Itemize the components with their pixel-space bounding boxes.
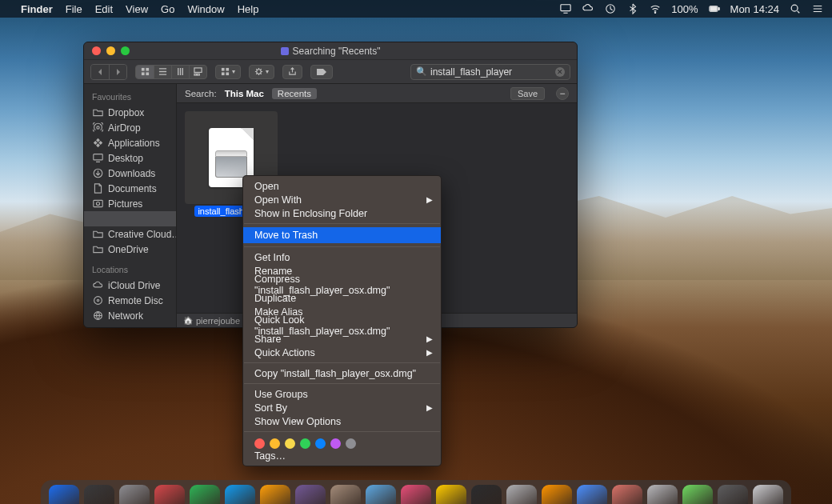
- sidebar-item-airdrop[interactable]: AirDrop: [84, 120, 176, 135]
- svg-rect-15: [226, 68, 229, 71]
- sidebar-item-label: AirDrop: [108, 122, 141, 134]
- menu-item-share[interactable]: Share▶: [243, 332, 441, 346]
- sidebar-item-network[interactable]: Network: [84, 308, 176, 323]
- dock-app-14[interactable]: [542, 485, 572, 504]
- dock-app-2[interactable]: [119, 485, 150, 504]
- menu-item-copy-install-flash-player-osx-dmg[interactable]: Copy "install_flash_player_osx.dmg": [243, 366, 441, 380]
- menu-item-quick-actions[interactable]: Quick Actions▶: [243, 346, 441, 359]
- save-search-button[interactable]: Save: [510, 87, 545, 100]
- bluetooth-icon[interactable]: [626, 2, 639, 15]
- sidebar-item-documents[interactable]: Documents: [84, 181, 176, 196]
- icon-view-button[interactable]: [136, 66, 154, 78]
- dock[interactable]: [41, 480, 791, 504]
- sidebar-item-applications[interactable]: Applications: [84, 135, 176, 150]
- group-button[interactable]: ▾: [215, 65, 241, 79]
- window-titlebar[interactable]: Searching "Recents": [84, 42, 577, 60]
- battery-icon[interactable]: [708, 2, 721, 15]
- search-input[interactable]: [430, 66, 552, 78]
- menu-help[interactable]: Help: [238, 3, 259, 15]
- dock-app-9[interactable]: [366, 485, 396, 504]
- menu-edit[interactable]: Edit: [95, 3, 113, 15]
- dock-app-5[interactable]: [225, 485, 255, 504]
- dock-app-19[interactable]: [718, 485, 748, 504]
- sidebar-item-creative-cloud-[interactable]: Creative Cloud…: [84, 226, 176, 242]
- tag-color[interactable]: [270, 438, 280, 449]
- back-button[interactable]: [91, 65, 109, 79]
- dock-app-12[interactable]: [471, 485, 502, 504]
- menu-file[interactable]: File: [66, 3, 82, 15]
- close-button[interactable]: [92, 46, 101, 55]
- list-view-button[interactable]: [154, 66, 171, 78]
- menu-item-show-view-options[interactable]: Show View Options: [243, 414, 441, 428]
- sidebar-item-icloud-drive[interactable]: iCloud Drive: [84, 278, 176, 293]
- sidebar-item-pictures[interactable]: Pictures: [84, 196, 176, 211]
- notification-center-icon[interactable]: [811, 2, 824, 15]
- remove-criteria-button[interactable]: −: [556, 87, 569, 100]
- dock-app-15[interactable]: [577, 485, 607, 504]
- display-icon[interactable]: [559, 2, 572, 15]
- spotlight-icon[interactable]: [789, 2, 802, 15]
- search-scope-bar: Search: This Mac Recents Save −: [177, 84, 577, 103]
- tags-button[interactable]: [310, 65, 333, 79]
- zoom-button[interactable]: [121, 46, 130, 55]
- dock-app-4[interactable]: [190, 485, 220, 504]
- sidebar-item-onedrive[interactable]: OneDrive: [84, 242, 176, 257]
- cloud-sync-icon[interactable]: [582, 2, 594, 15]
- tag-color[interactable]: [300, 438, 310, 449]
- dock-app-20[interactable]: [753, 485, 783, 504]
- sidebar-item-downloads[interactable]: Downloads: [84, 166, 176, 181]
- menu-go[interactable]: Go: [161, 3, 174, 15]
- dock-app-13[interactable]: [506, 485, 537, 504]
- time-machine-icon[interactable]: [604, 2, 617, 15]
- tag-color[interactable]: [285, 438, 295, 449]
- menu-item-quick-look-install-flash-player-osx-dmg[interactable]: Quick Look "install_flash_player_osx.dmg…: [243, 318, 441, 332]
- dock-app-11[interactable]: [436, 485, 466, 504]
- clear-search-button[interactable]: ✕: [555, 67, 565, 77]
- dock-app-16[interactable]: [612, 485, 642, 504]
- menu-item-compress-install-flash-player-osx-dmg[interactable]: Compress "install_flash_player_osx.dmg": [243, 278, 441, 291]
- menu-item-move-to-trash[interactable]: Move to Trash: [243, 227, 441, 243]
- dock-app-10[interactable]: [401, 485, 431, 504]
- tag-color[interactable]: [330, 438, 341, 449]
- column-view-button[interactable]: [171, 66, 189, 78]
- dock-app-8[interactable]: [330, 485, 361, 504]
- wifi-icon[interactable]: [649, 2, 662, 15]
- path-user[interactable]: pierrejoube: [196, 316, 240, 326]
- menu-bar-clock[interactable]: Mon 14:24: [730, 3, 779, 15]
- forward-button[interactable]: [109, 65, 126, 79]
- action-button[interactable]: ▾: [249, 65, 274, 79]
- scope-this-mac[interactable]: This Mac: [225, 89, 264, 98]
- dock-app-7[interactable]: [295, 485, 326, 504]
- dock-app-6[interactable]: [260, 485, 290, 504]
- search-field[interactable]: 🔍 ✕: [410, 64, 570, 80]
- menu-item-duplicate[interactable]: Duplicate: [243, 291, 441, 305]
- sidebar-item-blank[interactable]: [84, 211, 176, 226]
- menu-item-open[interactable]: Open: [243, 179, 441, 193]
- share-button[interactable]: [282, 65, 302, 79]
- dock-app-3[interactable]: [154, 485, 185, 504]
- menu-item-use-groups[interactable]: Use Groups: [243, 387, 441, 401]
- menu-item-tags[interactable]: Tags…: [243, 449, 441, 462]
- minimize-button[interactable]: [106, 46, 115, 55]
- sidebar-item-label: Pictures: [108, 198, 142, 210]
- svg-rect-22: [93, 200, 102, 206]
- menu-item-sort-by[interactable]: Sort By▶: [243, 401, 441, 414]
- app-name[interactable]: Finder: [21, 3, 53, 15]
- sidebar-item-remote-disc[interactable]: Remote Disc: [84, 293, 176, 308]
- menu-item-open-with[interactable]: Open With▶: [243, 193, 441, 206]
- dock-app-1[interactable]: [84, 485, 114, 504]
- dock-app-17[interactable]: [647, 485, 678, 504]
- dock-app-0[interactable]: [49, 485, 79, 504]
- dock-app-18[interactable]: [682, 485, 713, 504]
- menu-item-get-info[interactable]: Get Info: [243, 250, 441, 264]
- sidebar-item-desktop[interactable]: Desktop: [84, 150, 176, 166]
- menu-view[interactable]: View: [126, 3, 148, 15]
- menu-item-show-in-enclosing-folder[interactable]: Show in Enclosing Folder: [243, 206, 441, 220]
- tag-color[interactable]: [254, 438, 265, 449]
- gallery-view-button[interactable]: [189, 66, 206, 78]
- menu-window[interactable]: Window: [187, 3, 224, 15]
- tag-color[interactable]: [346, 438, 356, 449]
- scope-recents[interactable]: Recents: [272, 88, 317, 99]
- sidebar-item-dropbox[interactable]: Dropbox: [84, 105, 176, 120]
- tag-color[interactable]: [315, 438, 326, 449]
